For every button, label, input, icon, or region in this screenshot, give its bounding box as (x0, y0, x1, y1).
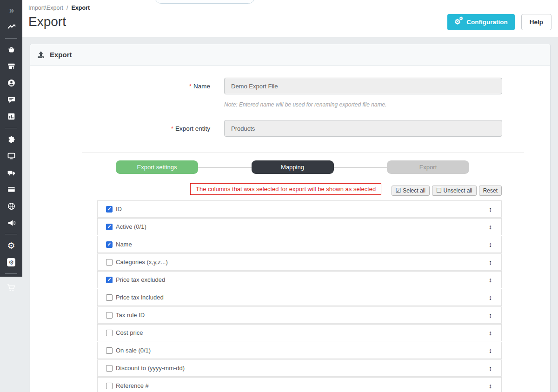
column-row: On sale (0/1) (97, 342, 502, 359)
sidebar-divider (5, 234, 17, 234)
drag-handle-icon[interactable] (489, 241, 492, 248)
entity-label-text: Export entity (175, 125, 210, 132)
sidebar-item-stats[interactable] (0, 108, 22, 125)
column-checkbox[interactable] (106, 312, 113, 319)
column-label: Discount to (yyyy-mm-dd) (116, 365, 185, 372)
page-header: Import\Export / Export Export Configurat… (22, 0, 558, 37)
column-checkbox[interactable] (106, 277, 113, 283)
sidebar-item-cart-faded[interactable] (0, 283, 22, 292)
step-export-settings[interactable]: Export settings (116, 160, 198, 174)
drag-handle-icon[interactable] (489, 329, 492, 337)
column-row: Categories (x,y,z...) (97, 253, 502, 271)
column-row: Name (97, 236, 502, 253)
column-row: Price tax included (97, 289, 502, 306)
sidebar-item-modules[interactable] (0, 131, 22, 148)
export-stepper: Export settings Mapping Export (116, 160, 469, 174)
content-area: Export *Name Note: Entered name will be … (22, 37, 558, 392)
column-label: ID (116, 206, 122, 213)
gears-icon (454, 19, 463, 26)
storefront-icon (7, 62, 16, 71)
unselect-all-button[interactable]: Unselect all (432, 186, 477, 196)
step-export[interactable]: Export (387, 160, 469, 174)
customer-account-icon (7, 79, 16, 87)
drag-handle-icon[interactable] (489, 223, 492, 231)
name-label-text: Name (193, 83, 210, 90)
column-label: Price tax included (116, 294, 164, 301)
name-field-note: Note: Entered name will be used for rena… (224, 101, 502, 108)
sidebar-collapse-button[interactable]: » (0, 2, 22, 19)
drag-handle-icon[interactable] (489, 347, 492, 354)
drag-handle-icon[interactable] (489, 294, 492, 301)
search-bar-partial[interactable] (155, 0, 255, 4)
sidebar-item-catalog[interactable] (0, 58, 22, 75)
drag-handle-icon[interactable] (489, 365, 492, 372)
section-divider (82, 153, 524, 153)
payment-card-icon (7, 185, 16, 194)
column-checkbox[interactable] (106, 365, 113, 372)
export-form: *Name Note: Entered name will be used fo… (30, 66, 550, 137)
entity-field-label: *Export entity (30, 125, 210, 132)
sidebar-item-international[interactable] (0, 198, 22, 214)
select-all-button[interactable]: Select all (392, 186, 430, 196)
panel-header: Export (30, 44, 550, 66)
sidebar-item-design[interactable] (0, 148, 22, 165)
app-root: » (0, 0, 558, 392)
drag-handle-icon[interactable] (489, 259, 492, 266)
column-checkbox[interactable] (106, 294, 113, 301)
export-name-input[interactable] (224, 78, 502, 94)
breadcrumb-current: Export (72, 5, 90, 11)
sidebar-item-orders[interactable] (0, 41, 22, 58)
breadcrumb-section[interactable]: Import\Export (28, 5, 63, 11)
help-button[interactable]: Help (521, 14, 551, 30)
sidebar-divider (5, 273, 17, 274)
sidebar-item-advanced-parameters[interactable]: ⚙ (0, 254, 22, 271)
monitor-design-icon (7, 152, 16, 160)
sidebar-item-marketing[interactable] (0, 214, 22, 231)
drag-handle-icon[interactable] (489, 312, 492, 319)
checked-box-icon (396, 187, 401, 194)
step-label: Mapping (281, 164, 304, 171)
column-checkbox[interactable] (106, 206, 113, 213)
column-row: Cost price (97, 324, 502, 341)
panel-title: Export (50, 51, 72, 59)
column-label: Active (0/1) (116, 223, 146, 230)
name-field-row: *Name (30, 78, 550, 94)
sidebar-item-shop-parameters[interactable]: ⚙ (0, 237, 22, 254)
select-all-label: Select all (403, 187, 425, 194)
sidebar-item-dashboard[interactable] (0, 19, 22, 35)
drag-handle-icon[interactable] (489, 206, 492, 213)
drag-handle-icon[interactable] (489, 382, 492, 390)
column-label: On sale (0/1) (116, 347, 151, 354)
sidebar-item-customer-service[interactable] (0, 92, 22, 108)
step-mapping[interactable]: Mapping (252, 160, 334, 174)
column-row: Discount to (yyyy-mm-dd) (97, 359, 502, 377)
breadcrumb: Import\Export / Export (28, 5, 558, 11)
column-checkbox[interactable] (106, 330, 113, 336)
sidebar-item-customers[interactable] (0, 75, 22, 92)
drag-handle-icon[interactable] (489, 276, 492, 284)
entity-field-row: *Export entity (30, 120, 550, 137)
shopping-cart-icon (7, 283, 16, 292)
trending-up-icon (7, 22, 16, 31)
main-navigation-sidebar: » (0, 0, 22, 277)
column-label: Price tax excluded (116, 276, 165, 283)
megaphone-marketing-icon (7, 219, 16, 227)
column-checkbox[interactable] (106, 259, 113, 266)
column-checkbox[interactable] (106, 224, 113, 230)
step-label: Export settings (137, 164, 177, 171)
name-note-row: Note: Entered name will be used for rena… (30, 97, 550, 108)
column-row: ID (97, 200, 502, 218)
unchecked-box-icon (436, 187, 442, 194)
sidebar-item-shipping[interactable] (0, 164, 22, 181)
column-checkbox[interactable] (106, 241, 113, 248)
reset-button[interactable]: Reset (479, 186, 502, 196)
configuration-button[interactable]: Configuration (447, 14, 514, 30)
export-entity-input[interactable] (224, 120, 502, 137)
step-connector (334, 167, 387, 168)
column-row: Reference # (97, 377, 502, 392)
name-field-label: *Name (30, 83, 210, 90)
gear-settings-icon: ⚙ (7, 241, 15, 250)
column-checkbox[interactable] (106, 347, 113, 354)
sidebar-item-payment[interactable] (0, 181, 22, 198)
column-checkbox[interactable] (106, 383, 113, 389)
